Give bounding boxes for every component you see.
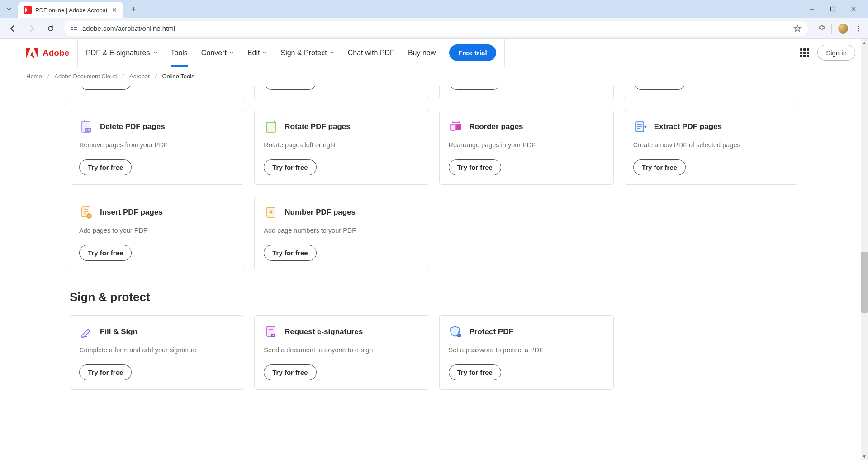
bookmark-star-icon[interactable] xyxy=(793,24,802,33)
nav-back-icon[interactable] xyxy=(5,21,20,36)
nav-item-sign-protect[interactable]: Sign & Protect xyxy=(280,49,334,57)
tool-card-request: Request e-signaturesSend a document to a… xyxy=(254,315,429,390)
window-maximize-icon[interactable] xyxy=(826,3,839,15)
tool-card-rotate: Rotate PDF pagesRotate pages left or rig… xyxy=(254,110,429,185)
svg-point-6 xyxy=(858,25,859,27)
try-for-free-button[interactable]: Try for free xyxy=(449,86,501,90)
protect-icon xyxy=(449,325,463,339)
card-description: Remove pages from your PDF xyxy=(79,141,235,149)
insert-icon xyxy=(79,205,94,220)
try-for-free-button[interactable]: Try for free xyxy=(79,86,132,90)
nav-item-edit[interactable]: Edit xyxy=(247,49,267,57)
card-description: Complete a form and add your signature xyxy=(79,346,235,354)
card-title: Fill & Sign xyxy=(100,327,138,336)
nav-item-label: Chat with PDF xyxy=(348,49,394,57)
url-bar[interactable]: adobe.com/acrobat/online.html xyxy=(64,21,808,36)
card-title: Request e-signatures xyxy=(285,327,363,336)
tab-close-icon[interactable]: ✕ xyxy=(111,6,118,14)
free-trial-button[interactable]: Free trial xyxy=(449,44,496,61)
try-for-free-button[interactable]: Try for free xyxy=(264,245,316,261)
nav-item-label: Sign & Protect xyxy=(280,49,327,57)
extensions-icon[interactable] xyxy=(818,24,826,33)
nav-item-label: Edit xyxy=(247,49,260,57)
breadcrumb-separator: / xyxy=(155,73,157,80)
tool-card-partial: Try for free xyxy=(70,86,244,99)
card-title: Insert PDF pages xyxy=(100,208,163,217)
tool-card-partial: Try for free xyxy=(624,86,798,99)
tool-card-protect: Protect PDFSet a password to protect a P… xyxy=(439,315,614,390)
window-minimize-icon[interactable] xyxy=(806,3,818,15)
tab-favicon-icon xyxy=(24,6,32,14)
nav-item-convert[interactable]: Convert xyxy=(201,49,234,57)
scroll-up-icon[interactable]: ▲ xyxy=(861,39,868,46)
try-for-free-button[interactable]: Try for free xyxy=(264,364,316,380)
tool-card-insert: Insert PDF pagesAdd pages to your PDFTry… xyxy=(70,196,244,270)
svg-point-7 xyxy=(858,28,859,29)
try-for-free-button[interactable]: Try for free xyxy=(264,86,316,90)
section-title-sign-protect: Sign & protect xyxy=(70,290,798,304)
page-scrollbar[interactable]: ▲ ▼ xyxy=(861,39,868,460)
svg-rect-13 xyxy=(456,124,461,130)
try-for-free-button[interactable]: Try for free xyxy=(79,245,132,261)
svg-rect-11 xyxy=(266,122,275,132)
svg-point-8 xyxy=(858,30,859,31)
scroll-thumb[interactable] xyxy=(861,252,868,313)
card-title: Rotate PDF pages xyxy=(285,122,350,131)
nav-item-label: Convert xyxy=(201,49,227,57)
svg-rect-5 xyxy=(74,29,77,30)
tab-search-dropdown[interactable] xyxy=(4,4,14,14)
svg-rect-14 xyxy=(636,122,644,132)
adobe-logo[interactable]: Adobe xyxy=(26,48,77,58)
breadcrumb-item[interactable]: Acrobat xyxy=(129,73,150,80)
card-description: Create a new PDF of selected pages xyxy=(633,141,789,149)
card-title: Protect PDF xyxy=(470,327,513,336)
try-for-free-button[interactable]: Try for free xyxy=(79,364,132,380)
card-description: Add page numbers to your PDF xyxy=(264,227,419,234)
adobe-logo-text: Adobe xyxy=(43,48,69,58)
browser-menu-icon[interactable] xyxy=(854,24,863,33)
card-description: Set a password to protect a PDF xyxy=(449,346,604,354)
tool-card-partial: Try for free xyxy=(439,86,614,99)
tab-title: PDF online | Adobe Acrobat xyxy=(35,7,107,14)
breadcrumb-item: Online Tools xyxy=(162,73,194,80)
try-for-free-button[interactable]: Try for free xyxy=(264,159,316,175)
nav-item-buy-now[interactable]: Buy now xyxy=(408,49,436,57)
try-for-free-button[interactable]: Try for free xyxy=(449,159,501,175)
card-title: Number PDF pages xyxy=(285,208,356,217)
profile-avatar[interactable] xyxy=(837,23,849,34)
nav-item-tools[interactable]: Tools xyxy=(171,49,188,57)
window-close-icon[interactable] xyxy=(847,3,860,15)
scroll-down-icon[interactable]: ▼ xyxy=(861,453,868,460)
adobe-logo-icon xyxy=(26,48,38,58)
chevron-down-icon xyxy=(330,50,334,56)
nav-reload-icon[interactable] xyxy=(43,21,58,36)
nav-item-chat-with-pdf[interactable]: Chat with PDF xyxy=(348,49,394,57)
try-for-free-button[interactable]: Try for free xyxy=(449,364,501,380)
new-tab-button[interactable]: + xyxy=(127,3,140,15)
breadcrumb-item[interactable]: Adobe Document Cloud xyxy=(54,73,117,80)
card-title: Extract PDF pages xyxy=(654,122,722,131)
breadcrumb-item[interactable]: Home xyxy=(26,73,42,80)
try-for-free-button[interactable]: Try for free xyxy=(79,159,132,175)
try-for-free-button[interactable]: Try for free xyxy=(633,159,686,175)
try-for-free-button[interactable]: Try for free xyxy=(633,86,686,90)
sign-in-button[interactable]: Sign in xyxy=(817,45,855,61)
site-settings-icon[interactable] xyxy=(71,25,78,32)
nav-item-pdf-e-signatures[interactable]: PDF & E-signatures xyxy=(86,49,157,57)
card-description: Send a document to anyone to e-sign xyxy=(264,346,419,354)
svg-rect-12 xyxy=(451,124,455,130)
nav-forward-icon[interactable] xyxy=(24,21,39,36)
rotate-icon xyxy=(264,120,278,134)
card-title: Reorder pages xyxy=(470,122,523,131)
app-switcher-icon[interactable] xyxy=(800,48,809,58)
svg-rect-20 xyxy=(271,334,275,337)
browser-tab[interactable]: PDF online | Adobe Acrobat ✕ xyxy=(18,2,123,18)
url-text: adobe.com/acrobat/online.html xyxy=(82,24,175,32)
main-content: Try for freeTry for freeTry for freeTry … xyxy=(0,86,868,460)
card-description: Rearrange pages in your PDF xyxy=(449,141,604,149)
tool-card-delete: Delete PDF pagesRemove pages from your P… xyxy=(70,110,244,185)
header-divider xyxy=(504,39,505,67)
svg-rect-4 xyxy=(74,27,77,28)
svg-rect-3 xyxy=(71,29,73,30)
tool-card-reorder: Reorder pagesRearrange pages in your PDF… xyxy=(439,110,614,185)
